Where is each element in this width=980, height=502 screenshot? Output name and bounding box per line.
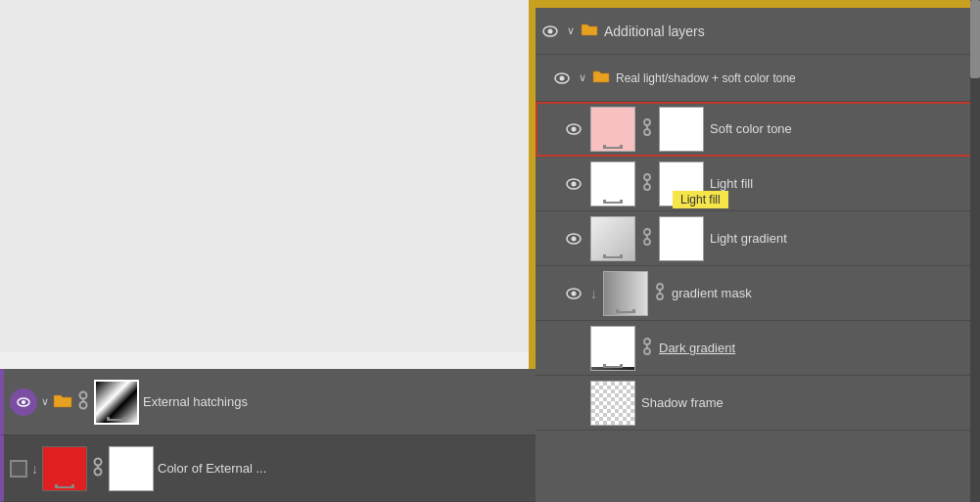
dark-gradient-label: Dark gradient (659, 341, 976, 355)
external-hatchings-label: External hatchings (143, 394, 530, 409)
soft-color-tone-eye[interactable] (563, 118, 584, 140)
svg-point-23 (572, 236, 577, 241)
gradient-mask-label: gradient mask (672, 286, 976, 300)
soft-color-tone-thumb2 (659, 107, 704, 152)
light-fill-chain (641, 173, 653, 194)
external-hatchings-row: ∨ External hatchings (0, 369, 536, 435)
svg-point-6 (95, 469, 102, 476)
color-external-label: Color of External ... (158, 461, 530, 476)
svg-point-32 (644, 339, 650, 344)
svg-point-1 (22, 400, 25, 404)
svg-point-11 (560, 75, 565, 80)
svg-point-19 (644, 174, 650, 180)
additional-layers-row: ∨ Additional layers (536, 8, 980, 55)
right-panel: ∨ Additional layers ∨ Real light/shadow … (536, 0, 980, 502)
svg-point-13 (572, 126, 577, 131)
real-light-shadow-row: ∨ Real light/shadow + soft color tone (536, 55, 980, 102)
scrollbar[interactable] (970, 0, 980, 502)
svg-point-14 (644, 119, 650, 125)
svg-point-25 (644, 239, 650, 245)
color-external-checkbox[interactable] (10, 460, 27, 478)
light-fill-label: Light fill (710, 176, 976, 191)
additional-layers-collapse[interactable]: ∨ (567, 24, 575, 37)
gradient-mask-eye[interactable] (563, 283, 584, 304)
left-layer-rows: ∨ External hatchings ↓ (0, 369, 536, 502)
soft-color-tone-thumb1 (590, 107, 635, 152)
shadow-frame-label: Shadow frame (641, 395, 976, 410)
color-external-thumb1 (42, 446, 87, 491)
external-hatchings-eye[interactable] (10, 388, 37, 416)
gradient-mask-chain (654, 283, 666, 303)
color-external-thumb2 (109, 446, 154, 491)
svg-point-2 (80, 392, 87, 399)
light-fill-eye[interactable] (563, 173, 584, 195)
external-hatchings-collapse[interactable]: ∨ (41, 395, 49, 408)
svg-point-29 (657, 284, 663, 290)
soft-color-tone-label: Soft color tone (710, 121, 976, 136)
external-hatchings-thumb (94, 380, 139, 425)
light-gradient-row[interactable]: Light gradient (536, 211, 980, 266)
canvas-background (0, 0, 536, 352)
real-light-shadow-folder (592, 69, 610, 87)
soft-color-tone-row[interactable]: Soft color tone (536, 102, 980, 157)
gradient-mask-row[interactable]: ↓ gradient mask (536, 266, 980, 321)
dark-gradient-thumb1 (590, 326, 635, 371)
svg-point-20 (644, 184, 650, 190)
real-light-shadow-eye[interactable] (551, 68, 573, 89)
additional-layers-eye[interactable] (539, 21, 561, 42)
light-gradient-thumb1 (590, 216, 635, 261)
gradient-mask-thumb1 (603, 271, 648, 316)
svg-point-24 (644, 229, 650, 235)
light-gradient-chain (641, 228, 653, 249)
external-hatchings-chain (76, 390, 90, 413)
shadow-frame-thumb (590, 381, 635, 426)
light-gradient-label: Light gradient (710, 231, 976, 246)
soft-color-tone-chain (641, 118, 653, 139)
dark-gradient-row[interactable]: Dark gradient (536, 321, 980, 376)
svg-point-9 (548, 28, 553, 33)
dark-gradient-chain (641, 338, 653, 358)
svg-point-3 (80, 402, 87, 409)
light-fill-thumb1 (590, 161, 635, 206)
external-hatchings-folder-icon (53, 392, 72, 412)
gradient-mask-down-arrow: ↓ (590, 286, 597, 301)
svg-point-5 (95, 459, 102, 466)
color-external-chain (91, 457, 105, 479)
svg-point-18 (572, 181, 577, 186)
light-fill-tooltip: Light fill (673, 191, 728, 208)
svg-point-28 (572, 291, 577, 296)
real-light-shadow-label: Real light/shadow + soft color tone (616, 71, 976, 85)
light-fill-row[interactable]: Light fill Light fill (536, 157, 980, 211)
real-light-shadow-collapse[interactable]: ∨ (579, 71, 586, 84)
additional-layers-label: Additional layers (604, 23, 976, 39)
svg-point-30 (657, 294, 663, 299)
color-external-down-arrow: ↓ (31, 461, 38, 477)
color-of-external-row: ↓ Color of External ... (0, 435, 536, 502)
scrollbar-thumb[interactable] (970, 0, 980, 78)
canvas-area: ∨ External hatchings ↓ (0, 0, 536, 502)
shadow-frame-row[interactable]: Shadow frame (536, 376, 980, 431)
svg-point-15 (644, 129, 650, 135)
light-gradient-thumb2 (659, 216, 704, 261)
top-strip (536, 0, 980, 8)
additional-layers-folder (581, 23, 598, 40)
light-gradient-eye[interactable] (563, 228, 584, 250)
svg-point-33 (644, 348, 650, 354)
